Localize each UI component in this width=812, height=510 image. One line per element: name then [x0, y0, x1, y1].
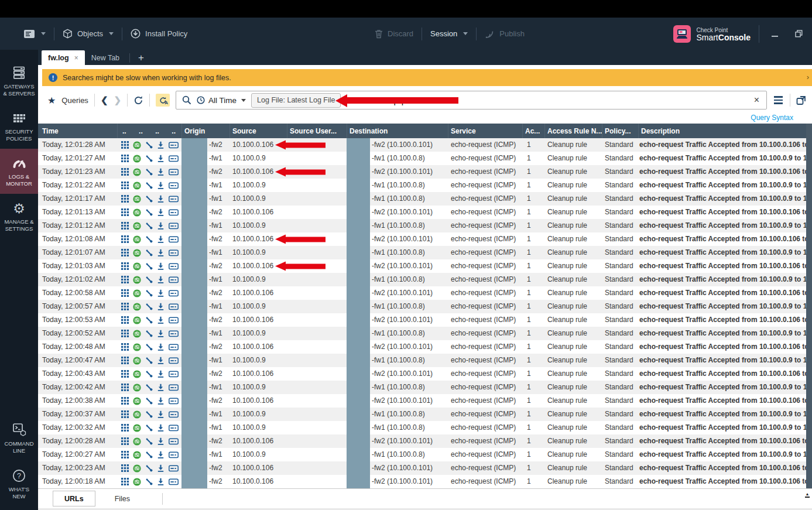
log-row[interactable]: Today, 12:01:17 AM-fw110.100.0.9-fw1 (10…	[38, 192, 806, 206]
log-policy: Standard	[602, 219, 638, 232]
log-row[interactable]: Today, 12:01:12 AM-fw110.100.0.9-fw1 (10…	[38, 219, 806, 232]
log-origin: -fw1	[181, 300, 229, 313]
query-menu-icon[interactable]	[773, 96, 784, 104]
tab-new[interactable]: New Tab	[85, 50, 126, 65]
key-icon	[145, 155, 153, 162]
warning-expand-chevron[interactable]: ›	[807, 73, 809, 81]
log-row[interactable]: Today, 12:01:07 AM-fw110.100.0.9-fw1 (10…	[38, 246, 806, 259]
open-new-window-icon[interactable]	[796, 95, 806, 105]
tab-urls[interactable]: URLs	[53, 491, 95, 506]
back-button[interactable]: ❮	[101, 95, 108, 105]
log-row[interactable]: Today, 12:00:58 AM-fw210.100.0.106-fw2 (…	[38, 286, 806, 300]
log-description: echo-request Traffic Accepted from 10.10…	[638, 381, 806, 394]
sidebar-item-logs-monitor[interactable]: LOGS &MONITOR	[0, 149, 38, 194]
log-row[interactable]: Today, 12:01:23 AM-fw210.100.0.106-fw2 (…	[38, 165, 806, 179]
log-time: Today, 12:00:23 AM	[38, 461, 117, 475]
log-row[interactable]: Today, 12:00:38 AM-fw210.100.0.106-fw2 (…	[38, 394, 806, 408]
auto-refresh-toggle[interactable]: A	[156, 94, 170, 107]
column-header-destination[interactable]: Destination	[347, 124, 448, 138]
log-origin: -fw2	[181, 232, 229, 246]
log-row[interactable]: Today, 12:00:47 AM-fw110.100.0.9-fw1 (10…	[38, 354, 806, 367]
restore-button[interactable]	[791, 27, 806, 41]
tab-files[interactable]: Files	[104, 491, 141, 506]
log-access-rule-name: Cleanup rule	[544, 313, 602, 327]
log-type-icons	[117, 232, 181, 246]
star-icon[interactable]: ★	[47, 95, 56, 106]
session-menu-button[interactable]: Session	[430, 29, 468, 38]
log-row[interactable]: Today, 12:00:53 AM-fw210.100.0.106-fw2 (…	[38, 313, 806, 327]
redaction-block	[181, 394, 207, 408]
redaction-block	[181, 434, 207, 448]
firewall-icon	[133, 464, 141, 473]
column-header-service[interactable]: Service	[448, 124, 522, 138]
column-header-origin[interactable]: Origin	[181, 124, 229, 138]
close-tab-icon[interactable]: ×	[74, 54, 78, 62]
card-icon	[169, 465, 179, 472]
log-row[interactable]: Today, 12:00:37 AM-fw110.100.0.9-fw1 (10…	[38, 408, 806, 421]
add-tab-button[interactable]: +	[133, 53, 149, 65]
log-row[interactable]: Today, 12:01:03 AM-fw210.100.0.106-fw2 (…	[38, 259, 806, 273]
vertical-scrollbar[interactable]	[806, 124, 812, 488]
log-row[interactable]: Today, 12:00:52 AM-fw110.100.0.9-fw1 (10…	[38, 327, 806, 340]
forward-button[interactable]: ❯	[114, 95, 121, 105]
column-header-description[interactable]: Description	[638, 124, 806, 138]
objects-menu-button[interactable]: Objects	[63, 29, 114, 39]
log-row[interactable]: Today, 12:01:13 AM-fw210.100.0.106-fw2 (…	[38, 206, 806, 219]
log-row[interactable]: Today, 12:00:43 AM-fw210.100.0.106-fw2 (…	[38, 367, 806, 381]
column-header-icons[interactable]: ........	[117, 124, 181, 138]
query-syntax-link[interactable]: Query Syntax	[751, 114, 793, 122]
grid-icon	[121, 249, 129, 256]
log-row[interactable]: Today, 12:00:32 AM-fw110.100.0.9-fw1 (10…	[38, 421, 806, 434]
log-policy: Standard	[602, 246, 638, 259]
collapse-panel-icon[interactable]: ▲	[805, 492, 810, 498]
grid-icon	[121, 168, 129, 176]
app-menu-button[interactable]	[23, 29, 46, 39]
log-time: Today, 12:00:18 AM	[38, 475, 117, 488]
log-time: Today, 12:00:43 AM	[38, 367, 117, 381]
sidebar-item-manage-settings[interactable]: ⚙ MANAGE &SETTINGS	[0, 194, 38, 239]
clear-query-button[interactable]: ×	[752, 95, 762, 105]
log-row[interactable]: Today, 12:00:57 AM-fw110.100.0.9-fw1 (10…	[38, 300, 806, 313]
sidebar-item-whats-new[interactable]: ? WHAT'SNEW	[0, 461, 38, 510]
log-row[interactable]: Today, 12:00:48 AM-fw210.100.0.106-fw2 (…	[38, 340, 806, 354]
log-type-icons	[117, 381, 181, 394]
log-row[interactable]: Today, 12:00:28 AM-fw210.100.0.106-fw2 (…	[38, 434, 806, 448]
log-row[interactable]: Today, 12:00:18 AM-fw210.100.0.106-fw2 (…	[38, 475, 806, 488]
minimize-button[interactable]	[768, 27, 783, 41]
search-query-input[interactable]: All Time Log File: Latest Log File servi…	[176, 91, 767, 109]
log-row[interactable]: Today, 12:01:28 AM-fw210.100.0.106-fw2 (…	[38, 138, 806, 152]
log-row[interactable]: Today, 12:01:02 AM-fw110.100.0.9-fw1 (10…	[38, 273, 806, 286]
log-service: echo-request (ICMP)	[448, 408, 522, 421]
download-icon	[157, 195, 165, 203]
publish-button[interactable]: Publish	[485, 29, 525, 39]
annotation-arrow	[286, 142, 326, 148]
column-header-action[interactable]: Ac...	[522, 124, 544, 138]
log-source: 10.100.0.106	[229, 475, 287, 488]
log-row[interactable]: Today, 12:01:22 AM-fw110.100.0.9-fw1 (10…	[38, 179, 806, 192]
log-time: Today, 12:00:58 AM	[38, 286, 117, 300]
column-header-source-user[interactable]: Source User...	[287, 124, 347, 138]
log-row[interactable]: Today, 12:00:42 AM-fw110.100.0.9-fw1 (10…	[38, 381, 806, 394]
log-file-filter-chip[interactable]: Log File: Latest Log File	[251, 93, 341, 108]
column-header-policy[interactable]: Policy...	[602, 124, 638, 138]
time-range-dropdown[interactable]: All Time	[197, 96, 246, 105]
redaction-block	[347, 313, 370, 327]
redaction-block	[181, 206, 207, 219]
column-header-source[interactable]: Source	[229, 124, 287, 138]
log-row[interactable]: Today, 12:00:23 AM-fw210.100.0.106-fw2 (…	[38, 461, 806, 475]
log-destination: -fw2 (10.100.0.101)	[347, 259, 448, 273]
tab-fwlog[interactable]: fw.log ×	[42, 50, 85, 65]
queries-label[interactable]: Queries	[61, 96, 88, 105]
discard-button[interactable]: Discard	[375, 29, 413, 39]
sidebar-item-command-line[interactable]: COMMANDLINE	[0, 415, 38, 461]
install-policy-button[interactable]: Install Policy	[131, 29, 187, 39]
log-row[interactable]: Today, 12:01:08 AM-fw210.100.0.106-fw2 (…	[38, 232, 806, 246]
log-row[interactable]: Today, 12:01:27 AM-fw110.100.0.9-fw1 (10…	[38, 152, 806, 165]
key-icon	[145, 182, 153, 189]
column-header-access-rule[interactable]: Access Rule N...	[544, 124, 602, 138]
refresh-icon[interactable]	[133, 95, 143, 105]
sidebar-item-security-policies[interactable]: SECURITYPOLICIES	[0, 104, 38, 149]
log-row[interactable]: Today, 12:00:27 AM-fw110.100.0.9-fw1 (10…	[38, 448, 806, 461]
column-header-time[interactable]: Time	[38, 124, 117, 138]
sidebar-item-gateways-servers[interactable]: GATEWAYS& SERVERS	[0, 58, 38, 104]
